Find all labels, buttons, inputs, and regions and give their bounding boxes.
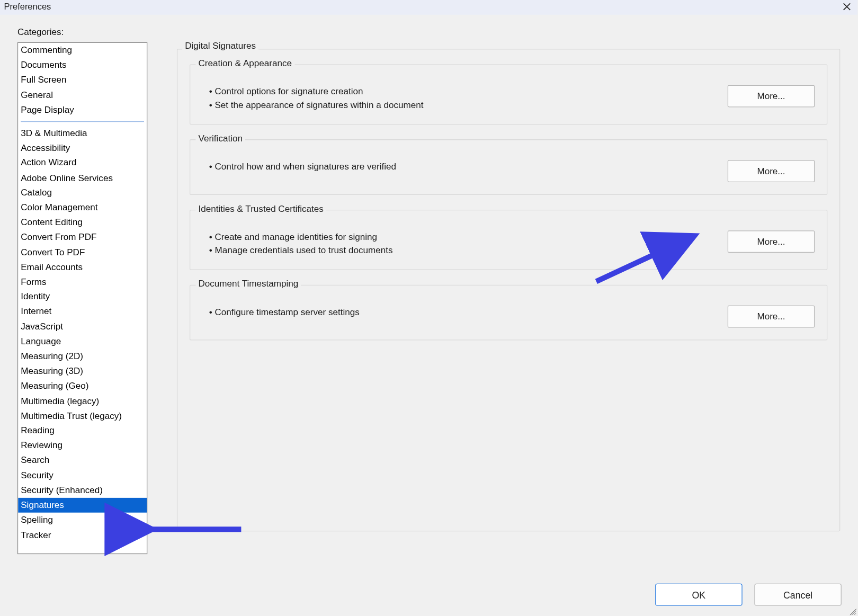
sidebar-item-general[interactable]: General: [18, 87, 147, 102]
resize-grip[interactable]: [848, 607, 856, 615]
more-button[interactable]: More...: [728, 230, 815, 253]
sidebar-item-identity[interactable]: Identity: [18, 290, 147, 305]
group-bullets: Configure timestamp server settings: [207, 306, 360, 319]
group-identities-trusted-certificates: Identities & Trusted CertificatesCreate …: [190, 210, 827, 270]
more-button[interactable]: More...: [728, 306, 815, 328]
group-title: Document Timestamping: [195, 279, 301, 289]
group-title: Creation & Appearance: [195, 58, 294, 68]
sidebar-item-language[interactable]: Language: [18, 334, 147, 349]
titlebar: Preferences: [0, 0, 857, 15]
sidebar-item-spelling[interactable]: Spelling: [18, 513, 147, 528]
group-title: Identities & Trusted Certificates: [195, 204, 326, 214]
sidebar-item-documents[interactable]: Documents: [18, 58, 147, 73]
sidebar-item-3d-multimedia[interactable]: 3D & Multimedia: [18, 126, 147, 141]
sidebar-item-reviewing[interactable]: Reviewing: [18, 439, 147, 453]
bullet: Control options for signature creation: [209, 85, 424, 99]
panel-title: Digital Signatures: [182, 41, 258, 51]
group-bullets: Control options for signature creationSe…: [207, 85, 424, 112]
group-title: Verification: [195, 133, 245, 144]
sidebar-item-forms[interactable]: Forms: [18, 275, 147, 290]
sidebar-item-multimedia-trust-legacy-[interactable]: Multimedia Trust (legacy): [18, 408, 147, 423]
group-verification: VerificationControl how and when signatu…: [190, 139, 827, 195]
sidebar-item-tracker[interactable]: Tracker: [18, 528, 147, 542]
preferences-dialog: Preferences Categories: CommentingDocume…: [0, 0, 857, 616]
sidebar-item-search[interactable]: Search: [18, 453, 147, 468]
bullet: Configure timestamp server settings: [209, 306, 360, 319]
sidebar-item-javascript[interactable]: JavaScript: [18, 319, 147, 334]
close-icon[interactable]: [840, 2, 853, 12]
sidebar-item-content-editing[interactable]: Content Editing: [18, 215, 147, 230]
sidebar-item-measuring-2d-[interactable]: Measuring (2D): [18, 349, 147, 364]
ok-button[interactable]: OK: [655, 584, 742, 606]
sidebar-item-convert-to-pdf[interactable]: Convert To PDF: [18, 245, 147, 260]
group-creation-appearance: Creation & AppearanceControl options for…: [190, 64, 827, 124]
sidebar-item-measuring-3d-[interactable]: Measuring (3D): [18, 364, 147, 379]
categories-label: Categories:: [17, 27, 840, 37]
sidebar-item-signatures[interactable]: Signatures: [18, 498, 147, 513]
sidebar-item-multimedia-legacy-[interactable]: Multimedia (legacy): [18, 394, 147, 408]
group-bullets: Create and manage identities for signing…: [207, 230, 393, 257]
sidebar-item-security-enhanced-[interactable]: Security (Enhanced): [18, 483, 147, 498]
sidebar-item-action-wizard[interactable]: Action Wizard: [18, 156, 147, 171]
sidebar-item-commenting[interactable]: Commenting: [18, 43, 147, 58]
dialog-footer: OK Cancel: [655, 584, 842, 606]
categories-listbox[interactable]: CommentingDocumentsFull ScreenGeneralPag…: [17, 42, 147, 554]
more-button[interactable]: More...: [728, 85, 815, 108]
sidebar-item-color-management[interactable]: Color Management: [18, 200, 147, 215]
sidebar-item-measuring-geo-[interactable]: Measuring (Geo): [18, 379, 147, 394]
bullet: Create and manage identities for signing: [209, 230, 393, 244]
sidebar-item-accessibility[interactable]: Accessibility: [18, 141, 147, 156]
sidebar-item-internet[interactable]: Internet: [18, 305, 147, 319]
bullet: Control how and when signatures are veri…: [209, 160, 396, 173]
window-title: Preferences: [4, 2, 51, 12]
more-button[interactable]: More...: [728, 160, 815, 182]
digital-signatures-panel: Creation & AppearanceControl options for…: [177, 49, 840, 531]
sidebar-item-adobe-online-services[interactable]: Adobe Online Services: [18, 171, 147, 185]
sidebar-item-reading[interactable]: Reading: [18, 424, 147, 439]
sidebar-item-email-accounts[interactable]: Email Accounts: [18, 260, 147, 275]
sidebar-item-security[interactable]: Security: [18, 468, 147, 483]
sidebar-item-catalog[interactable]: Catalog: [18, 185, 147, 200]
sidebar-item-full-screen[interactable]: Full Screen: [18, 73, 147, 87]
cancel-button[interactable]: Cancel: [754, 584, 841, 606]
bullet: Set the appearance of signatures within …: [209, 99, 424, 112]
sidebar-item-page-display[interactable]: Page Display: [18, 102, 147, 117]
group-bullets: Control how and when signatures are veri…: [207, 160, 396, 173]
category-separator: [21, 121, 144, 122]
group-document-timestamping: Document TimestampingConfigure timestamp…: [190, 285, 827, 341]
sidebar-item-convert-from-pdf[interactable]: Convert From PDF: [18, 230, 147, 245]
bullet: Manage credentials used to trust documen…: [209, 244, 393, 257]
